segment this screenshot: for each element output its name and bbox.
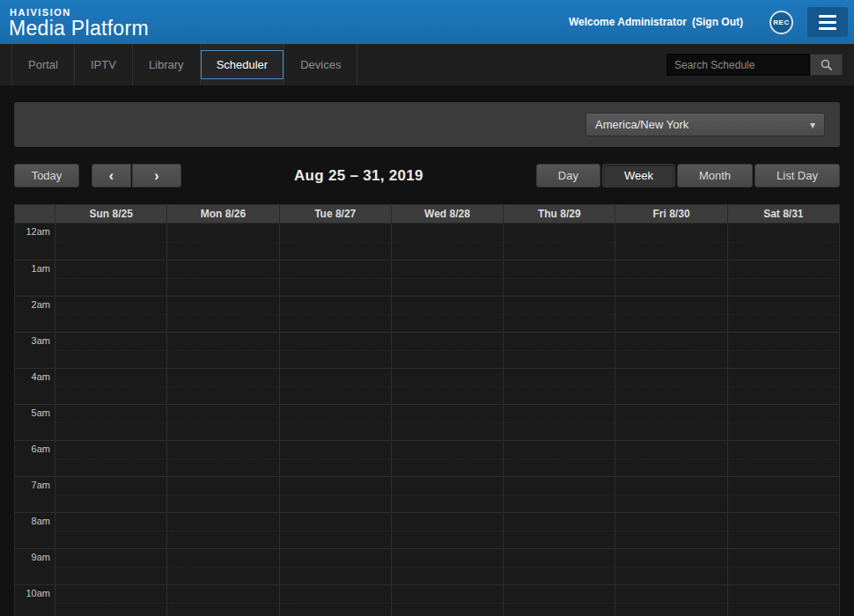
calendar-cell[interactable] (503, 585, 615, 616)
calendar-cell[interactable] (727, 333, 839, 368)
calendar-cell[interactable] (615, 441, 726, 476)
calendar-cell[interactable] (503, 369, 615, 404)
calendar-cell[interactable] (166, 369, 278, 404)
calendar-cell[interactable] (55, 549, 166, 584)
calendar-cell[interactable] (615, 224, 726, 260)
calendar-cell[interactable] (166, 297, 278, 332)
calendar-cell[interactable] (503, 405, 615, 440)
calendar-cell[interactable] (55, 513, 166, 548)
calendar-cell[interactable] (55, 369, 166, 404)
calendar-cell[interactable] (503, 477, 615, 512)
calendar-cell[interactable] (391, 549, 503, 584)
calendar-cell[interactable] (615, 297, 726, 332)
calendar-cell[interactable] (279, 477, 391, 512)
calendar-cell[interactable] (166, 549, 278, 584)
calendar-cell[interactable] (279, 405, 391, 440)
calendar-cell[interactable] (615, 585, 726, 616)
calendar-cell[interactable] (615, 260, 726, 296)
sign-out-link[interactable]: (Sign Out) (692, 16, 743, 28)
calendar-cell[interactable] (166, 260, 278, 296)
calendar-cell[interactable] (391, 441, 503, 476)
time-row-10am: 10am (15, 584, 839, 616)
calendar-cell[interactable] (279, 297, 391, 332)
calendar-cell[interactable] (503, 224, 615, 260)
main-nav: PortalIPTVLibrarySchedulerDevices (0, 44, 854, 85)
calendar-cell[interactable] (503, 297, 615, 332)
calendar-cell[interactable] (503, 549, 615, 584)
hamburger-menu-button[interactable] (807, 7, 848, 37)
calendar-cell[interactable] (503, 441, 615, 476)
view-day-button[interactable]: Day (536, 164, 600, 187)
calendar-cell[interactable] (727, 477, 839, 512)
calendar-cell[interactable] (727, 549, 839, 584)
calendar-cell[interactable] (727, 405, 839, 440)
calendar-cell[interactable] (166, 333, 278, 368)
calendar-cell[interactable] (55, 441, 166, 476)
calendar-cell[interactable] (503, 260, 615, 296)
calendar-cell[interactable] (279, 513, 391, 548)
calendar-cell[interactable] (279, 333, 391, 368)
tab-scheduler[interactable]: Scheduler (201, 44, 285, 85)
calendar-cell[interactable] (727, 369, 839, 404)
day-header-sun: Sun 8/25 (55, 205, 166, 223)
calendar-cell[interactable] (279, 549, 391, 584)
calendar-cell[interactable] (55, 260, 166, 296)
calendar-cell[interactable] (391, 333, 503, 368)
calendar-cell[interactable] (166, 585, 278, 616)
calendar-cell[interactable] (727, 441, 839, 476)
time-row-9am: 9am (15, 548, 839, 584)
view-month-button[interactable]: Month (677, 164, 753, 187)
calendar-cell[interactable] (55, 224, 166, 260)
calendar-cell[interactable] (279, 369, 391, 404)
calendar-cell[interactable] (727, 297, 839, 332)
calendar-cell[interactable] (279, 224, 391, 260)
tab-devices[interactable]: Devices (284, 44, 357, 85)
calendar-cell[interactable] (727, 260, 839, 296)
calendar-cell[interactable] (279, 441, 391, 476)
calendar-cell[interactable] (727, 224, 839, 260)
calendar-cell[interactable] (615, 333, 726, 368)
calendar-cell[interactable] (391, 224, 503, 260)
calendar-cell[interactable] (166, 224, 278, 260)
calendar-cell[interactable] (391, 260, 503, 296)
calendar-cell[interactable] (55, 405, 166, 440)
calendar-cell[interactable] (55, 585, 166, 616)
calendar-cell[interactable] (503, 333, 615, 368)
calendar-cell[interactable] (615, 513, 726, 548)
calendar-cell[interactable] (55, 477, 166, 512)
tab-iptv[interactable]: IPTV (75, 44, 133, 85)
calendar-cell[interactable] (391, 513, 503, 548)
calendar-cell[interactable] (391, 477, 503, 512)
calendar-cell[interactable] (166, 441, 278, 476)
gutter-header (15, 205, 55, 223)
calendar-cell[interactable] (166, 405, 278, 440)
next-week-button[interactable]: › (132, 164, 181, 187)
calendar-cell[interactable] (503, 513, 615, 548)
timezone-dropdown[interactable]: America/New York ▾ (585, 113, 825, 136)
calendar-cell[interactable] (615, 369, 726, 404)
search-input[interactable] (666, 54, 810, 76)
calendar-cell[interactable] (166, 513, 278, 548)
today-button[interactable]: Today (14, 164, 79, 187)
calendar-cell[interactable] (55, 297, 166, 332)
tab-library[interactable]: Library (133, 44, 201, 85)
view-list-day-button[interactable]: List Day (755, 164, 840, 187)
tab-portal[interactable]: Portal (11, 44, 75, 85)
calendar-cell[interactable] (391, 405, 503, 440)
view-week-button[interactable]: Week (602, 164, 675, 187)
calendar-cell[interactable] (615, 477, 726, 512)
calendar-cell[interactable] (279, 260, 391, 296)
calendar-cell[interactable] (391, 585, 503, 616)
calendar-cell[interactable] (727, 585, 839, 616)
calendar-cell[interactable] (727, 513, 839, 548)
calendar-cell[interactable] (55, 333, 166, 368)
prev-week-button[interactable]: ‹ (92, 164, 131, 187)
calendar-cell[interactable] (166, 477, 278, 512)
calendar-cell[interactable] (615, 549, 726, 584)
search-button[interactable] (810, 54, 843, 76)
calendar-cell[interactable] (391, 297, 503, 332)
calendar-cell[interactable] (615, 405, 726, 440)
calendar-cell[interactable] (279, 585, 391, 616)
calendar-cell[interactable] (391, 369, 503, 404)
caret-down-icon: ▾ (810, 119, 815, 131)
